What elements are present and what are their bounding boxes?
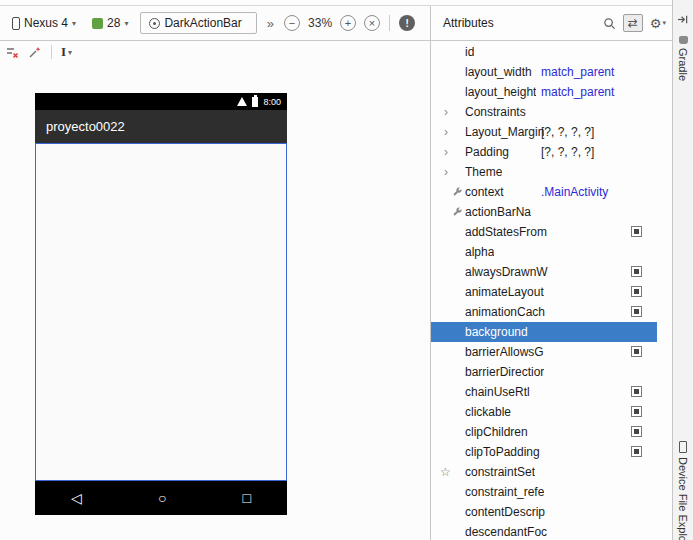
expand-chevron-icon[interactable]: › bbox=[444, 162, 448, 182]
attribute-name: contentDescrip bbox=[465, 502, 545, 522]
tool-window-device-file-explorer[interactable]: Device File Explo bbox=[677, 457, 689, 540]
api-level-selector[interactable]: 28 ▾ bbox=[88, 13, 132, 33]
attribute-row-id[interactable]: id bbox=[431, 42, 657, 62]
search-icon[interactable] bbox=[603, 17, 616, 30]
attribute-row-clipToPadding[interactable]: clipToPadding bbox=[431, 442, 657, 462]
attribute-row-context[interactable]: context.MainActivity bbox=[431, 182, 657, 202]
favorite-star-icon[interactable]: ☆ bbox=[440, 462, 451, 482]
attribute-row-Constraints[interactable]: ›Constraints bbox=[431, 102, 657, 122]
navigation-bar: ◁ ○ □ bbox=[35, 481, 287, 515]
attributes-panel: Attributes ⇄ ⚙ ▾ idlayout_widthmatch_par… bbox=[430, 6, 672, 540]
status-time: 8:00 bbox=[263, 97, 281, 107]
attribute-row-Layout_Margin[interactable]: ›Layout_Margin[?, ?, ?, ?] bbox=[431, 122, 657, 142]
attribute-row-alpha[interactable]: alpha bbox=[431, 242, 657, 262]
attribute-row-addStatesFrom[interactable]: addStatesFrom bbox=[431, 222, 657, 242]
zoom-out-button[interactable]: − bbox=[284, 15, 300, 31]
attribute-value[interactable]: match_parent bbox=[541, 62, 614, 82]
expand-chevron-icon[interactable]: › bbox=[444, 102, 448, 122]
attribute-row-constraint_refe[interactable]: constraint_refe bbox=[431, 482, 657, 502]
tristate-checkbox[interactable] bbox=[631, 266, 642, 277]
attribute-name: background bbox=[465, 322, 528, 342]
attribute-value[interactable]: [?, ?, ?, ?] bbox=[541, 142, 594, 162]
api-level-label: 28 bbox=[107, 16, 120, 30]
attribute-name: chainUseRtl bbox=[465, 382, 530, 402]
tool-window-gradle[interactable]: Gradle bbox=[677, 48, 689, 81]
attribute-name: context bbox=[465, 182, 504, 202]
attribute-name: clipToPadding bbox=[465, 442, 540, 462]
gear-icon[interactable]: ⚙ ▾ bbox=[650, 16, 666, 31]
device-file-explorer-icon bbox=[679, 441, 687, 453]
attribute-name: animateLayout bbox=[465, 282, 544, 302]
attribute-name: alpha bbox=[465, 242, 494, 262]
hide-panel-icon[interactable] bbox=[677, 14, 688, 25]
attribute-row-chainUseRtl[interactable]: chainUseRtl bbox=[431, 382, 657, 402]
nav-recents-icon: □ bbox=[243, 490, 251, 506]
errors-panel-button[interactable]: ! bbox=[399, 15, 415, 31]
attribute-value[interactable]: [?, ?, ?, ?] bbox=[541, 122, 594, 142]
attribute-row-animationCach[interactable]: animationCach bbox=[431, 302, 657, 322]
device-icon bbox=[12, 17, 20, 30]
attribute-row-barrierDirectior[interactable]: barrierDirectior bbox=[431, 362, 657, 382]
tristate-checkbox[interactable] bbox=[631, 386, 642, 397]
theme-icon bbox=[149, 18, 160, 29]
chevron-down-icon: ▾ bbox=[72, 19, 76, 28]
battery-icon bbox=[252, 97, 258, 107]
attribute-name: Padding bbox=[465, 142, 509, 162]
device-selector-label: Nexus 4 bbox=[24, 16, 68, 30]
attribute-name: constraintSet bbox=[465, 462, 535, 482]
theme-selector[interactable]: DarkActionBar bbox=[140, 12, 256, 34]
nav-back-icon: ◁ bbox=[71, 490, 82, 506]
design-canvas[interactable]: 8:00 proyecto0022 ◁ ○ □ bbox=[0, 41, 430, 540]
zoom-close-button[interactable]: × bbox=[364, 15, 380, 31]
wrench-icon bbox=[452, 206, 463, 217]
attribute-value[interactable]: .MainActivity bbox=[541, 182, 608, 202]
wifi-icon bbox=[237, 97, 247, 106]
tool-window-strip: Gradle Device File Explo bbox=[672, 0, 693, 540]
attribute-name: barrierAllowsG bbox=[465, 342, 544, 362]
attribute-row-layout_width[interactable]: layout_widthmatch_parent bbox=[431, 62, 657, 82]
attribute-row-contentDescrip[interactable]: contentDescrip bbox=[431, 502, 657, 522]
attribute-row-descendantFoc[interactable]: descendantFoc bbox=[431, 522, 657, 540]
attribute-row-constraintSet[interactable]: ☆constraintSet bbox=[431, 462, 657, 482]
attribute-row-actionBarNa[interactable]: actionBarNa bbox=[431, 202, 657, 222]
attribute-value[interactable]: match_parent bbox=[541, 82, 614, 102]
attribute-row-Theme[interactable]: ›Theme bbox=[431, 162, 657, 182]
tristate-checkbox[interactable] bbox=[631, 446, 642, 457]
root-layout-selected[interactable] bbox=[35, 143, 287, 481]
attribute-row-clickable[interactable]: clickable bbox=[431, 402, 657, 422]
tristate-checkbox[interactable] bbox=[631, 286, 642, 297]
tristate-checkbox[interactable] bbox=[631, 306, 642, 317]
gradle-icon bbox=[679, 36, 688, 44]
toolbar-divider bbox=[389, 15, 390, 31]
attribute-name: addStatesFrom bbox=[465, 222, 547, 242]
attribute-row-barrierAllowsG[interactable]: barrierAllowsG bbox=[431, 342, 657, 362]
zoom-controls: − 33% + × bbox=[284, 15, 380, 31]
expand-chevron-icon[interactable]: › bbox=[444, 142, 448, 162]
attribute-name: clipChildren bbox=[465, 422, 528, 442]
attribute-name: alwaysDrawnW bbox=[465, 262, 548, 282]
nav-home-icon: ○ bbox=[158, 490, 166, 506]
attribute-row-layout_height[interactable]: layout_heightmatch_parent bbox=[431, 82, 657, 102]
tristate-checkbox[interactable] bbox=[631, 426, 642, 437]
device-preview[interactable]: 8:00 proyecto0022 ◁ ○ □ bbox=[35, 93, 287, 515]
device-selector[interactable]: Nexus 4 ▾ bbox=[8, 13, 80, 33]
attribute-name: actionBarNa bbox=[465, 202, 531, 222]
attribute-row-animateLayout[interactable]: animateLayout bbox=[431, 282, 657, 302]
tristate-checkbox[interactable] bbox=[631, 226, 642, 237]
switch-view-icon[interactable]: ⇄ bbox=[623, 14, 643, 32]
tristate-checkbox[interactable] bbox=[631, 406, 642, 417]
header-divider bbox=[0, 40, 672, 41]
attribute-row-clipChildren[interactable]: clipChildren bbox=[431, 422, 657, 442]
attribute-name: layout_width bbox=[465, 62, 532, 82]
zoom-in-button[interactable]: + bbox=[340, 15, 356, 31]
expand-chevron-icon[interactable]: › bbox=[444, 122, 448, 142]
overflow-chevrons-icon[interactable]: » bbox=[267, 16, 274, 31]
panel-header-icons: ⇄ ⚙ ▾ bbox=[603, 14, 666, 32]
tristate-checkbox[interactable] bbox=[631, 346, 642, 357]
attribute-row-background[interactable]: background bbox=[431, 322, 657, 342]
attribute-row-alwaysDrawnW[interactable]: alwaysDrawnW bbox=[431, 262, 657, 282]
attribute-row-Padding[interactable]: ›Padding[?, ?, ?, ?] bbox=[431, 142, 657, 162]
zoom-level: 33% bbox=[308, 16, 332, 30]
status-bar: 8:00 bbox=[35, 93, 287, 110]
theme-selector-label: DarkActionBar bbox=[164, 16, 241, 30]
